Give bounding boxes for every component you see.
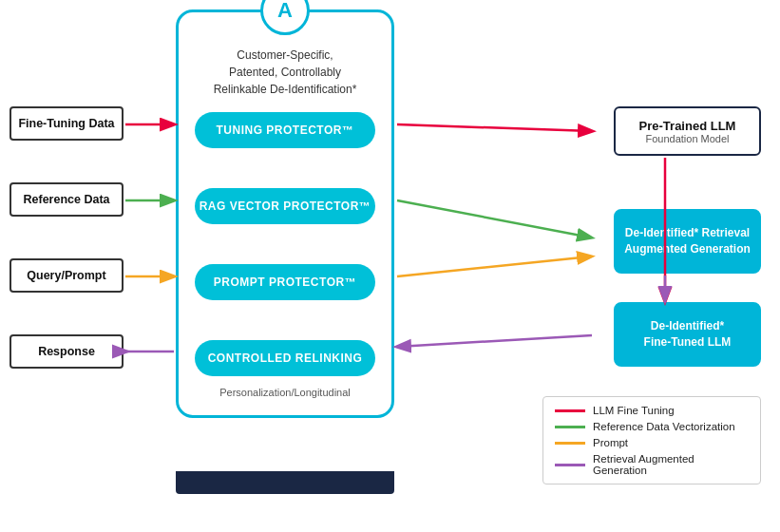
svg-line-7 [397, 335, 592, 347]
legend-item-rag: Retrieval Augmented Generation [555, 453, 749, 476]
response-label: Response [10, 334, 124, 369]
rag-generation-box: De-Identified* RetrievalAugmented Genera… [614, 209, 761, 274]
legend-line-orange [555, 442, 585, 445]
legend-line-green [555, 426, 585, 428]
svg-line-4 [397, 200, 591, 238]
tuning-protector-button: TUNING PROTECTOR™ [195, 112, 375, 148]
legend-line-red [555, 409, 585, 412]
query-prompt-label: Query/Prompt [10, 258, 124, 293]
relinking-button: CONTROLLED RELINKING [195, 340, 375, 376]
prompt-protector-button: PROMPT PROTECTOR™ [195, 264, 375, 300]
finetuning-data-label: Fine-Tuning Data [10, 106, 124, 141]
bottom-bar [176, 471, 394, 494]
central-box: A Customer-Specific,Patented, Controllab… [176, 10, 394, 418]
legend-item-finetuning: LLM Fine Tuning [555, 405, 749, 416]
svg-line-1 [397, 124, 592, 131]
legend-item-prompt: Prompt [555, 437, 749, 448]
rag-protector-button: RAG VECTOR PROTECTOR™ [195, 188, 375, 224]
pretrained-llm-box: Pre-Trained LLM Foundation Model [614, 106, 761, 156]
legend-line-purple [555, 464, 585, 466]
circle-a-icon: A [260, 0, 310, 35]
finetuned-llm-box: De-Identified*Fine-Tuned LLM [614, 302, 761, 367]
central-title: Customer-Specific,Patented, Controllably… [179, 47, 391, 98]
legend-item-reference: Reference Data Vectorization [555, 421, 749, 432]
legend-box: LLM Fine Tuning Reference Data Vectoriza… [542, 396, 761, 484]
svg-line-6 [397, 256, 591, 276]
central-bottom-text: Personalization/Longitudinal [179, 387, 391, 398]
diagram-container: A Customer-Specific,Patented, Controllab… [0, 0, 780, 494]
reference-data-label: Reference Data [10, 182, 124, 217]
